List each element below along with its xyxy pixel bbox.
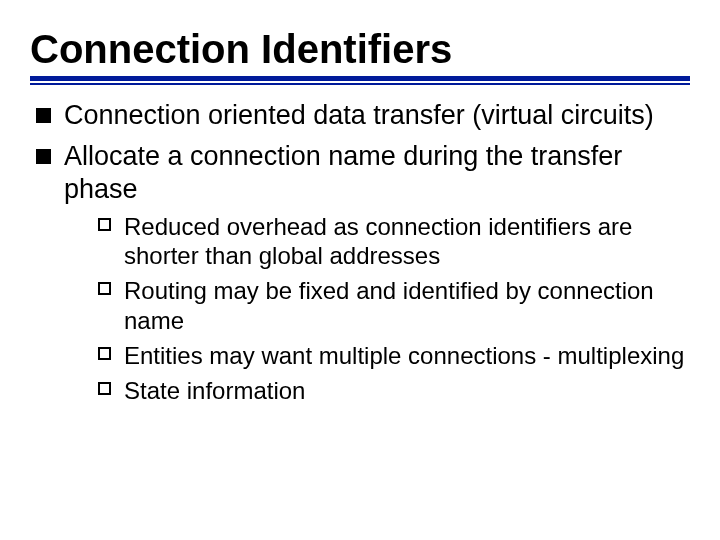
sub-bullet-text: State information bbox=[124, 377, 305, 404]
bullet-text: Connection oriented data transfer (virtu… bbox=[64, 100, 654, 130]
title-rule-thick bbox=[30, 76, 690, 81]
slide: Connection Identifiers Connection orient… bbox=[0, 0, 720, 540]
bullet-list: Connection oriented data transfer (virtu… bbox=[30, 99, 690, 405]
bullet-text: Allocate a connection name during the tr… bbox=[64, 141, 622, 204]
bullet-item: Connection oriented data transfer (virtu… bbox=[34, 99, 690, 132]
sub-bullet-item: Entities may want multiple connections -… bbox=[98, 341, 690, 370]
sub-bullet-text: Entities may want multiple connections -… bbox=[124, 342, 684, 369]
sub-bullet-item: State information bbox=[98, 376, 690, 405]
slide-title: Connection Identifiers bbox=[30, 28, 690, 70]
bullet-item: Allocate a connection name during the tr… bbox=[34, 140, 690, 405]
sub-bullet-item: Routing may be fixed and identified by c… bbox=[98, 276, 690, 335]
sub-bullet-text: Reduced overhead as connection identifie… bbox=[124, 213, 632, 269]
sub-bullet-list: Reduced overhead as connection identifie… bbox=[64, 212, 690, 406]
sub-bullet-text: Routing may be fixed and identified by c… bbox=[124, 277, 654, 333]
sub-bullet-item: Reduced overhead as connection identifie… bbox=[98, 212, 690, 271]
title-rule-thin bbox=[30, 83, 690, 85]
